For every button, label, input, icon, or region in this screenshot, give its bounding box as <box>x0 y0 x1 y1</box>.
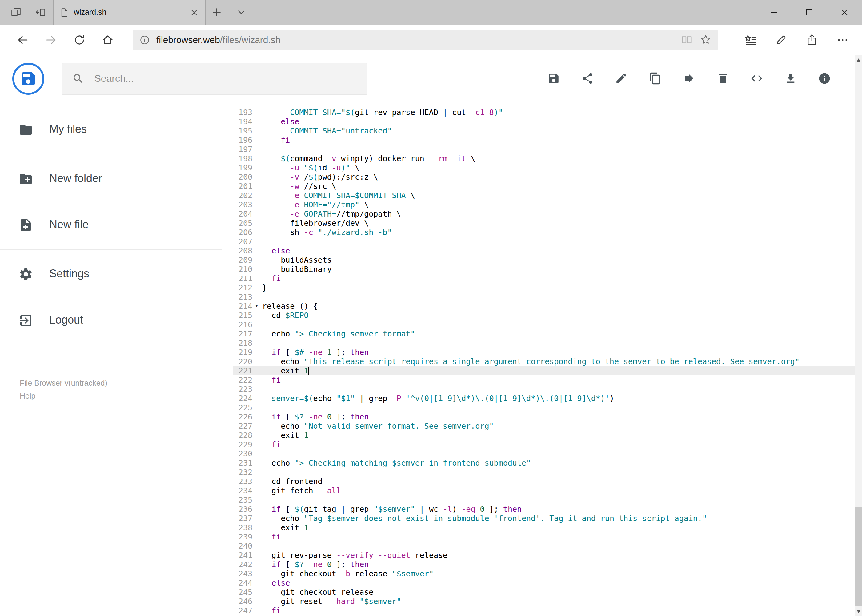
code-line[interactable]: 204 -e GOPATH=//tmp/gopath \ <box>233 209 862 218</box>
refresh-button[interactable] <box>65 27 93 52</box>
sidebar-item-logout[interactable]: Logout <box>0 297 222 343</box>
download-button[interactable] <box>784 72 797 85</box>
set-tabs-aside-button[interactable] <box>28 0 53 25</box>
search-bar[interactable] <box>61 63 367 94</box>
code-line[interactable]: 247 fi <box>233 606 862 615</box>
code-line[interactable]: 236 if [ $(git tag | grep "$semver" | wc… <box>233 504 862 514</box>
site-info-icon[interactable] <box>139 34 150 45</box>
save-button[interactable] <box>547 72 560 85</box>
code-line[interactable]: 218 <box>233 338 862 347</box>
search-input[interactable] <box>93 72 357 85</box>
code-line[interactable]: 232 <box>233 467 862 477</box>
code-line[interactable]: 193 COMMIT_SHA="$(git rev-parse HEAD | c… <box>233 108 862 117</box>
sidebar-item-new-folder[interactable]: New folder <box>0 156 222 202</box>
code-line[interactable]: 230 <box>233 449 862 458</box>
page-scrollbar[interactable] <box>855 55 862 616</box>
info-button[interactable] <box>818 72 831 85</box>
code-line[interactable]: 203 -e HOME="//tmp" \ <box>233 200 862 209</box>
code-line[interactable]: 206 sh -c "./wizard.sh -b" <box>233 228 862 237</box>
code-line[interactable]: 228 exit 1 <box>233 431 862 440</box>
code-line[interactable]: 226 if [ $? -ne 0 ]; then <box>233 412 862 421</box>
reading-view-icon[interactable] <box>681 34 692 46</box>
code-line[interactable]: 234 git fetch --all <box>233 486 862 495</box>
code-line[interactable]: 221 exit 1 <box>233 366 862 375</box>
tab-list-button[interactable] <box>230 0 252 25</box>
code-line[interactable]: 229 fi <box>233 440 862 449</box>
tab-preview-button[interactable] <box>4 0 28 25</box>
code-editor[interactable]: 193 COMMIT_SHA="$(git rev-parse HEAD | c… <box>233 102 862 616</box>
code-line[interactable]: 227 echo "Not valid semver format. See s… <box>233 421 862 431</box>
code-line[interactable]: 238 exit 1 <box>233 523 862 532</box>
code-line[interactable]: 215 cd $REPO <box>233 311 862 320</box>
web-note-button[interactable] <box>766 27 796 52</box>
code-line[interactable]: 194 else <box>233 117 862 126</box>
code-line[interactable]: 216 <box>233 320 862 329</box>
code-line[interactable]: 233 cd frontend <box>233 477 862 486</box>
tab-close-icon[interactable] <box>189 8 199 17</box>
delete-button[interactable] <box>716 72 730 85</box>
code-line[interactable]: 242 if [ $? -ne 0 ]; then <box>233 560 862 569</box>
code-line[interactable]: 246 git reset --hard "$semver" <box>233 597 862 606</box>
code-line[interactable]: 222 fi <box>233 375 862 384</box>
rename-button[interactable] <box>615 72 628 85</box>
code-line[interactable]: 202 -e COMMIT_SHA=$COMMIT_SHA \ <box>233 191 862 200</box>
code-line[interactable]: 198 $(command -v winpty) docker run --rm… <box>233 154 862 163</box>
code-line[interactable]: 210 buildBinary <box>233 264 862 274</box>
raw-view-button[interactable] <box>750 72 764 85</box>
scroll-up-button[interactable] <box>855 55 862 64</box>
code-line[interactable]: 217 echo "> Checking semver format" <box>233 329 862 338</box>
code-line[interactable]: 241 git rev-parse --verify --quiet relea… <box>233 550 862 560</box>
code-line[interactable]: 207 <box>233 237 862 246</box>
hub-button[interactable] <box>735 27 766 52</box>
more-button[interactable] <box>827 27 858 52</box>
code-line[interactable]: 237 echo "Tag $semver does not exist in … <box>233 514 862 523</box>
back-button[interactable] <box>9 27 37 52</box>
code-line[interactable]: 235 <box>233 495 862 504</box>
code-line[interactable]: 212} <box>233 283 862 292</box>
code-line[interactable]: 243 git checkout -b release "$semver" <box>233 569 862 578</box>
code-line[interactable]: 205 filebrowser/dev \ <box>233 218 862 228</box>
sidebar-item-my-files[interactable]: My files <box>0 107 222 152</box>
file-share-button[interactable] <box>581 72 594 85</box>
forward-button[interactable] <box>37 27 65 52</box>
code-line[interactable]: 239 fi <box>233 532 862 541</box>
copy-button[interactable] <box>648 72 662 85</box>
code-line[interactable]: 195 COMMIT_SHA="untracked" <box>233 126 862 135</box>
sidebar-item-settings[interactable]: Settings <box>0 251 222 297</box>
code-text: else <box>262 246 290 255</box>
home-button[interactable] <box>93 27 122 52</box>
code-line[interactable]: 223 <box>233 384 862 394</box>
code-line[interactable]: 196 fi <box>233 135 862 145</box>
scroll-thumb[interactable] <box>855 508 862 606</box>
new-tab-button[interactable] <box>206 0 228 25</box>
code-line[interactable]: 220 echo "This release script requires a… <box>233 357 862 366</box>
code-line[interactable]: 211 fi <box>233 274 862 283</box>
favorite-star-icon[interactable] <box>700 34 712 46</box>
help-link[interactable]: Help <box>20 392 233 401</box>
url-bar[interactable]: filebrowser.web/files/wizard.sh <box>133 29 718 50</box>
code-line[interactable]: 244 else <box>233 578 862 588</box>
code-line[interactable]: 209 buildAssets <box>233 255 862 264</box>
maximize-button[interactable] <box>792 0 827 25</box>
code-line[interactable]: 213 <box>233 292 862 302</box>
code-line[interactable]: 224 semver=$(echo "$1" | grep -P '^v(0|[… <box>233 394 862 403</box>
fold-marker-icon[interactable]: ▾ <box>252 302 261 311</box>
minimize-button[interactable] <box>757 0 792 25</box>
edge-share-button[interactable] <box>796 27 827 52</box>
code-line[interactable]: 240 <box>233 541 862 550</box>
code-line[interactable]: 214▾release () { <box>233 302 862 311</box>
code-line[interactable]: 219 if [ $# -ne 1 ]; then <box>233 347 862 357</box>
code-line[interactable]: 225 <box>233 403 862 412</box>
code-line[interactable]: 245 git checkout release <box>233 588 862 597</box>
sidebar-item-new-file[interactable]: New file <box>0 202 222 248</box>
code-line[interactable]: 199 -u "$(id -u)" \ <box>233 163 862 172</box>
browser-tab[interactable]: wizard.sh <box>53 0 206 25</box>
scroll-down-button[interactable] <box>855 607 862 616</box>
code-line[interactable]: 208 else <box>233 246 862 255</box>
code-line[interactable]: 197 <box>233 145 862 154</box>
code-line[interactable]: 201 -w //src \ <box>233 181 862 191</box>
move-button[interactable] <box>682 72 696 85</box>
close-button[interactable] <box>827 0 862 25</box>
code-line[interactable]: 200 -v /$(pwd):/src:z \ <box>233 172 862 181</box>
code-line[interactable]: 231 echo "> Checking matching $semver in… <box>233 458 862 467</box>
